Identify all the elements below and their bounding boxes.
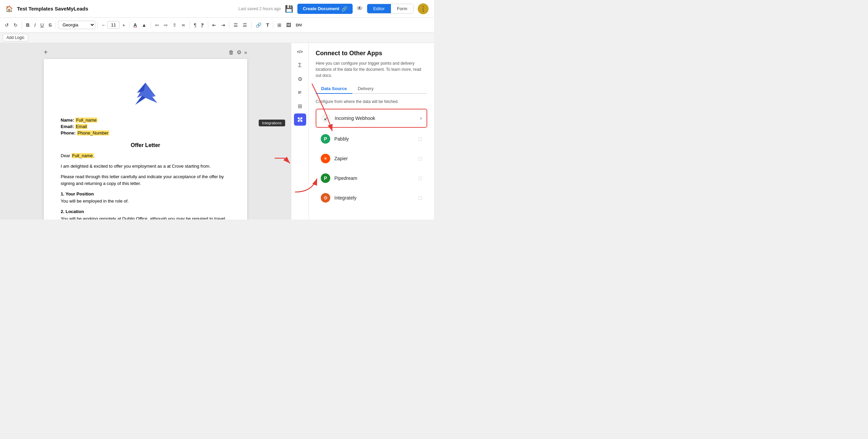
align-center-button[interactable]: ⇨ bbox=[162, 21, 170, 29]
integrations-button[interactable] bbox=[294, 113, 306, 126]
phone-field-row: Phone: Phone_Number bbox=[61, 130, 230, 135]
text-color-button[interactable]: A bbox=[132, 21, 139, 29]
integrately-icon: ⚙ bbox=[321, 193, 330, 203]
saved-text: Last saved 2 hours ago bbox=[238, 6, 281, 11]
svg-marker-3 bbox=[135, 96, 145, 105]
formula-button[interactable]: Σ bbox=[294, 59, 306, 71]
integrately-name: Integrately bbox=[334, 195, 418, 201]
font-size-input[interactable] bbox=[107, 21, 120, 29]
document-area: + 🗑 ⚙ » Name: Full_name bbox=[0, 43, 291, 220]
datasource-desc: Configure from where the data will be fe… bbox=[316, 99, 427, 104]
save-icon-button[interactable]: 💾 bbox=[285, 5, 293, 13]
email-label: Email: bbox=[61, 124, 74, 129]
panel-desc: Here you can configure your trigger poin… bbox=[316, 60, 427, 79]
sub1-heading: 1. Your Position bbox=[61, 191, 230, 196]
ordered-list-button[interactable]: ☰ bbox=[232, 21, 240, 29]
email-field-row: Email: Email bbox=[61, 124, 230, 129]
underline-button[interactable]: U bbox=[38, 21, 46, 29]
dear-line: Dear Full_name, bbox=[61, 152, 230, 160]
align-left-button[interactable]: ⇦ bbox=[153, 21, 161, 29]
paragraph-ltr-button[interactable]: ¶ bbox=[192, 21, 199, 29]
zapier-external-icon: ⬚ bbox=[418, 156, 422, 161]
name-field-row: Name: Full_name bbox=[61, 118, 230, 123]
doc-toolbar: + 🗑 ⚙ » bbox=[44, 48, 247, 56]
name-value: Full_name bbox=[75, 118, 97, 123]
font-size-decrease-button[interactable]: − bbox=[100, 21, 106, 29]
align-right-button[interactable]: ⇧ bbox=[171, 21, 179, 29]
phone-value: Phone_Number bbox=[77, 130, 109, 135]
sub2-text: You will be working remotely at Dublin O… bbox=[61, 215, 230, 220]
integrations-tooltip: Integrations bbox=[259, 120, 285, 126]
integrately-external-icon: ⬚ bbox=[418, 195, 422, 200]
offer-letter-title: Offer Letter bbox=[61, 142, 230, 148]
tab-form[interactable]: Form bbox=[391, 4, 413, 13]
side-icon-panel: </> Σ ⚙ IF ⊞ Integrations bbox=[291, 43, 309, 220]
integration-item-pipedream[interactable]: P Pipedream ⬚ bbox=[316, 169, 427, 187]
doc-right-icons: 🗑 ⚙ » bbox=[229, 49, 247, 56]
add-logic-row: Add Logic bbox=[0, 33, 434, 43]
zapier-icon: ✳ bbox=[321, 154, 330, 163]
expand-block-button[interactable]: » bbox=[244, 49, 247, 56]
tab-delivery[interactable]: Delivery bbox=[352, 84, 379, 94]
webhook-icon: ↙ bbox=[321, 113, 331, 123]
insert-link-button[interactable]: 🔗 bbox=[254, 21, 263, 29]
webhook-name: Incoming Webhook bbox=[335, 116, 420, 121]
insert-div-button[interactable]: DIV bbox=[294, 22, 304, 28]
integration-item-zapier[interactable]: ✳ Zapier ⬚ bbox=[316, 149, 427, 168]
tab-data-source[interactable]: Data Source bbox=[316, 84, 352, 94]
insert-image-button[interactable]: 🖼 bbox=[284, 21, 293, 29]
italic-button[interactable]: I bbox=[32, 21, 38, 29]
font-size-increase-button[interactable]: + bbox=[120, 21, 127, 29]
preview-icon-button[interactable]: 👁 bbox=[357, 5, 363, 12]
strikethrough-button[interactable]: S bbox=[46, 21, 54, 29]
align-justify-button[interactable]: ≍ bbox=[179, 21, 188, 29]
add-logic-button[interactable]: Add Logic bbox=[3, 34, 28, 41]
formatting-toolbar: ↺ ↻ B I U S Georgia − + A ▲ ⇦ ⇨ ⇧ ≍ ¶ ¶ … bbox=[0, 18, 434, 33]
font-family-select[interactable]: Georgia bbox=[58, 21, 95, 29]
integration-item-webhook[interactable]: ↙ Incoming Webhook › bbox=[316, 109, 427, 128]
doc-title: Test Templates SaveMyLeads bbox=[17, 6, 234, 12]
code-view-button[interactable]: </> bbox=[294, 46, 306, 58]
name-label: Name: bbox=[61, 118, 74, 123]
pipedream-external-icon: ⬚ bbox=[418, 176, 422, 181]
indent-decrease-button[interactable]: ⇤ bbox=[210, 21, 218, 29]
redo-button[interactable]: ↻ bbox=[12, 21, 20, 29]
settings-block-button[interactable]: ⚙ bbox=[237, 49, 241, 56]
settings-button[interactable]: ⚙ bbox=[294, 73, 306, 85]
top-nav: 🏠 Test Templates SaveMyLeads Last saved … bbox=[0, 0, 434, 18]
integration-item-pabbly[interactable]: P Pabbly ⬚ bbox=[316, 130, 427, 148]
zapier-name: Zapier bbox=[334, 156, 418, 161]
pabbly-name: Pabbly bbox=[334, 136, 418, 142]
insert-table-button[interactable]: ⊞ bbox=[275, 21, 283, 29]
email-value: Email bbox=[75, 124, 88, 129]
link-chain-icon: 🔗 bbox=[341, 6, 347, 12]
editor-form-tabs: Editor Form bbox=[367, 4, 414, 14]
phone-label: Phone: bbox=[61, 130, 76, 135]
sub2-heading: 2. Location bbox=[61, 209, 230, 214]
pabbly-external-icon: ⬚ bbox=[418, 137, 422, 141]
grid-layout-button[interactable]: ⊞ bbox=[294, 100, 306, 112]
pabbly-icon: P bbox=[321, 134, 330, 144]
typography-button[interactable]: T bbox=[264, 21, 271, 29]
right-panel: Connect to Other Apps Here you can confi… bbox=[309, 43, 434, 220]
delete-block-button[interactable]: 🗑 bbox=[229, 49, 234, 56]
paragraph-rtl-button[interactable]: ¶ bbox=[199, 21, 206, 29]
sub1-text: You will be employed in the role of. bbox=[61, 198, 230, 205]
datasource-tabs: Data Source Delivery bbox=[316, 84, 427, 94]
bird-image bbox=[61, 79, 230, 111]
document-page: Name: Full_name Email: Email Phone: Phon… bbox=[44, 59, 247, 220]
user-avatar[interactable]: ⋮ bbox=[418, 3, 429, 14]
integration-item-integrately[interactable]: ⚙ Integrately ⬚ bbox=[316, 189, 427, 207]
if-logic-button[interactable]: IF bbox=[294, 86, 306, 99]
para2: Please read through this letter carefull… bbox=[61, 173, 230, 188]
home-icon[interactable]: 🏠 bbox=[5, 5, 13, 13]
highlight-color-button[interactable]: ▲ bbox=[140, 21, 149, 29]
create-document-button[interactable]: Create Document 🔗 bbox=[297, 4, 353, 14]
indent-increase-button[interactable]: ⇥ bbox=[219, 21, 227, 29]
unordered-list-button[interactable]: ☰ bbox=[241, 21, 249, 29]
para1: I am delighted & excited to offer you em… bbox=[61, 163, 230, 170]
add-block-button[interactable]: + bbox=[44, 48, 48, 56]
undo-button[interactable]: ↺ bbox=[3, 21, 11, 29]
bold-button[interactable]: B bbox=[24, 21, 32, 29]
tab-editor[interactable]: Editor bbox=[367, 4, 391, 13]
